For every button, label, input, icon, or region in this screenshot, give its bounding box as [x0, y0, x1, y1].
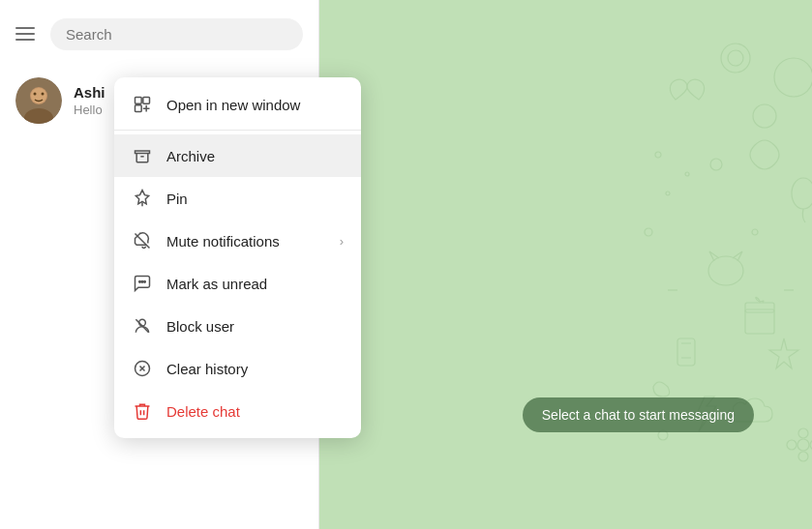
unread-icon: [132, 273, 153, 294]
menu-label-archive: Archive: [166, 148, 215, 164]
svg-point-5: [42, 93, 45, 96]
menu-item-mute[interactable]: Mute notifications ›: [114, 220, 361, 262]
menu-label-delete-chat: Delete chat: [166, 403, 240, 420]
menu-label-clear-history: Clear history: [166, 361, 248, 377]
search-input[interactable]: [50, 18, 303, 50]
menu-label-open-new-window: Open in new window: [166, 97, 300, 113]
menu-item-open-new-window[interactable]: Open in new window: [114, 83, 361, 126]
svg-rect-6: [135, 98, 142, 104]
svg-rect-8: [135, 105, 142, 112]
menu-item-pin[interactable]: Pin: [114, 177, 361, 220]
svg-rect-15: [319, 0, 812, 529]
menu-item-archive[interactable]: Archive: [114, 134, 361, 177]
menu-item-block-user[interactable]: Block user: [114, 305, 361, 347]
select-chat-message: Select a chat to start messaging: [523, 397, 754, 432]
svg-point-10: [141, 281, 143, 283]
menu-item-clear-history[interactable]: Clear history: [114, 347, 361, 390]
context-menu: Open in new window Archive Pin: [114, 77, 361, 438]
menu-label-mark-unread: Mark as unread: [166, 276, 267, 292]
menu-label-block-user: Block user: [166, 318, 234, 335]
chevron-right-icon: ›: [340, 234, 344, 249]
menu-divider-1: [114, 130, 361, 131]
avatar: [15, 77, 62, 124]
svg-line-13: [135, 319, 148, 332]
svg-point-9: [139, 281, 141, 283]
block-icon: [132, 315, 153, 337]
menu-label-pin: Pin: [166, 191, 188, 207]
mute-icon: [132, 230, 153, 251]
menu-label-mute: Mute notifications: [166, 233, 280, 250]
pin-icon: [132, 188, 153, 209]
archive-icon: [132, 145, 153, 166]
open-icon: [132, 94, 153, 115]
sidebar-header: [0, 0, 318, 68]
svg-point-11: [144, 281, 146, 283]
chat-area: Select a chat to start messaging: [319, 0, 812, 529]
svg-point-4: [34, 93, 37, 96]
menu-item-mark-unread[interactable]: Mark as unread: [114, 262, 361, 305]
delete-icon: [132, 400, 153, 422]
clear-icon: [132, 358, 153, 379]
hamburger-button[interactable]: [15, 22, 39, 45]
svg-rect-7: [143, 98, 150, 104]
menu-item-delete-chat[interactable]: Delete chat: [114, 390, 361, 432]
